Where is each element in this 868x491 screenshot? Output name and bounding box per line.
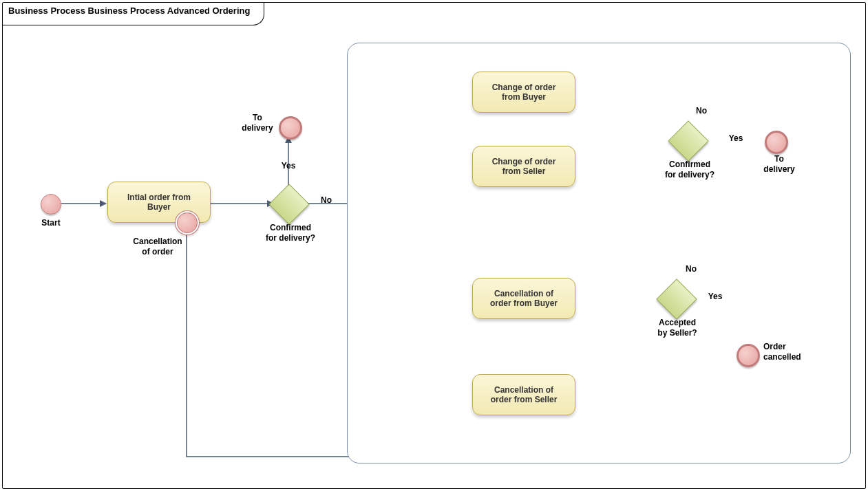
task-initial-order-label: Intial order fromBuyer [127, 193, 191, 212]
flow-no-1-label: No [316, 195, 337, 206]
task-change-seller: Change of orderfrom Seller [472, 146, 575, 187]
flow-no-2-label: No [691, 106, 712, 116]
flow-yes-accept-label: Yes [705, 292, 726, 302]
start-label: Start [34, 218, 68, 228]
diagram-title-text: Business Process Business Process Advanc… [8, 6, 250, 16]
task-change-buyer-label: Change of orderfrom Buyer [492, 83, 556, 102]
task-cancel-seller-label: Cancellation oforder from Seller [491, 385, 558, 404]
end-event-delivery-right-label: Todelivery [759, 154, 800, 175]
end-event-delivery-left-label: Todelivery [237, 113, 278, 133]
diagram-title: Business Process Business Process Advanc… [3, 3, 264, 25]
boundary-cancel-label: Cancellationof order [123, 237, 192, 257]
end-event-delivery-left [279, 116, 302, 140]
task-cancel-seller: Cancellation oforder from Seller [472, 374, 575, 415]
bpmn-pool: Business Process Business Process Advanc… [2, 2, 866, 489]
expanded-subprocess [347, 43, 851, 463]
task-cancel-buyer-label: Cancellation oforder from Buyer [490, 289, 558, 308]
gateway-accepted-label: Acceptedby Seller? [650, 318, 705, 338]
end-event-delivery-right [765, 131, 788, 154]
flow-yes-2-label: Yes [726, 133, 746, 144]
boundary-cancel-event [177, 212, 198, 233]
gateway-confirmed-1-label: Confirmedfor delivery? [260, 223, 321, 243]
end-event-cancelled [737, 344, 760, 367]
task-change-buyer: Change of orderfrom Buyer [472, 72, 575, 113]
task-cancel-buyer: Cancellation oforder from Buyer [472, 278, 575, 319]
end-event-cancelled-label: Ordercancelled [763, 342, 818, 362]
gateway-confirmed-2-label: Confirmedfor delivery? [659, 160, 721, 180]
flow-no-accept-label: No [681, 264, 701, 274]
task-change-seller-label: Change of orderfrom Seller [492, 157, 556, 176]
flow-yes-1-label: Yes [278, 161, 299, 171]
start-event [41, 194, 61, 215]
gateway-confirmed-1 [268, 184, 309, 224]
